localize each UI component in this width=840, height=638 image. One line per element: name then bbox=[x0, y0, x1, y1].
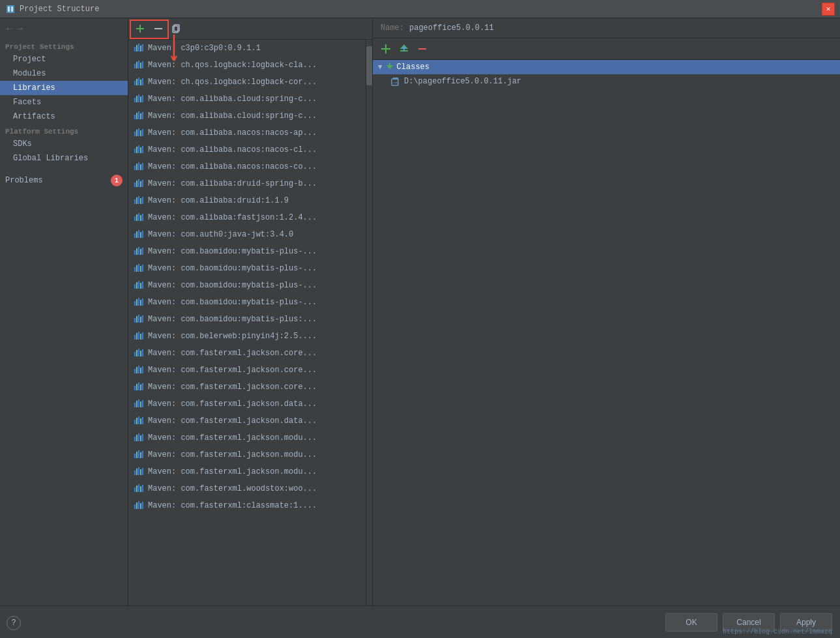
list-item[interactable]: Maven: com.baomidou:mybatis-plus:... bbox=[128, 311, 366, 328]
list-item[interactable]: Maven: com.baomidou:mybatis-plus-... bbox=[128, 260, 366, 277]
list-item[interactable]: Maven: ch.qos.logback:logback-cor... bbox=[128, 74, 366, 91]
help-area: ? bbox=[7, 616, 21, 630]
list-item[interactable]: Maven: com.alibaba:druid:1.1.9 bbox=[128, 192, 366, 209]
svg-rect-70 bbox=[142, 231, 143, 238]
svg-rect-72 bbox=[136, 248, 138, 255]
svg-rect-89 bbox=[140, 300, 141, 306]
remove-right-button[interactable] bbox=[414, 41, 430, 57]
sidebar-item-artifacts[interactable]: Artifacts bbox=[0, 109, 128, 124]
svg-rect-32 bbox=[136, 113, 138, 119]
svg-rect-15 bbox=[142, 44, 143, 51]
list-item[interactable]: Maven: com.baomidou:mybatis-plus-... bbox=[128, 294, 366, 311]
list-item[interactable]: Maven: com.fasterxml.jackson.data... bbox=[128, 396, 366, 413]
library-item-label: Maven: com.belerweb:pinyin4j:2.5.... bbox=[148, 332, 317, 341]
maven-icon bbox=[134, 109, 144, 123]
svg-rect-148 bbox=[138, 501, 139, 509]
ok-button[interactable]: OK bbox=[665, 613, 717, 631]
list-item[interactable]: Maven: com.alibaba.cloud:spring-c... bbox=[128, 91, 366, 108]
library-item-label: Maven: com.fasterxml.jackson.data... bbox=[148, 416, 317, 426]
svg-rect-115 bbox=[142, 383, 143, 390]
svg-rect-112 bbox=[136, 384, 138, 390]
list-item[interactable]: Maven: com.alibaba.cloud:spring-c... bbox=[128, 108, 366, 124]
svg-rect-77 bbox=[136, 265, 138, 272]
add-library-button[interactable] bbox=[132, 21, 148, 36]
help-button[interactable]: ? bbox=[7, 616, 21, 630]
svg-rect-140 bbox=[142, 468, 143, 475]
list-item[interactable]: Maven: com.baomidou:mybatis-plus-... bbox=[128, 243, 366, 260]
svg-rect-141 bbox=[134, 487, 136, 492]
svg-rect-101 bbox=[134, 352, 136, 356]
center-scrollbar-thumb[interactable] bbox=[366, 46, 372, 85]
svg-rect-57 bbox=[136, 197, 138, 204]
maven-icon bbox=[134, 76, 144, 89]
back-button[interactable]: ← bbox=[5, 22, 13, 35]
svg-rect-143 bbox=[138, 484, 139, 492]
center-scrollbar[interactable] bbox=[366, 40, 372, 605]
list-item[interactable]: Maven: com.fasterxml.jackson.modu... bbox=[128, 463, 366, 480]
list-item[interactable]: Maven: com.fasterxml.jackson.modu... bbox=[128, 446, 366, 463]
remove-library-button[interactable] bbox=[151, 21, 166, 36]
sidebar-item-global-libraries[interactable]: Global Libraries bbox=[0, 151, 128, 166]
svg-rect-120 bbox=[142, 400, 143, 407]
library-item-label: Maven: com.alibaba.nacos:nacos-ap... bbox=[148, 128, 317, 138]
list-item[interactable]: Maven: com.fasterxml.woodstox:woo... bbox=[128, 480, 366, 497]
sidebar: ← → Project Settings Project Modules Lib… bbox=[0, 18, 128, 605]
svg-rect-34 bbox=[140, 113, 141, 119]
list-item[interactable]: Maven: com.fasterxml.jackson.core... bbox=[128, 362, 366, 379]
list-item[interactable]: Maven: ch.qos.logback:logback-cla... bbox=[128, 57, 366, 74]
svg-rect-28 bbox=[138, 94, 139, 102]
sidebar-item-sdks[interactable]: SDKs bbox=[0, 137, 128, 151]
sidebar-item-modules[interactable]: Modules bbox=[0, 66, 128, 81]
library-list[interactable]: Maven: c3p0:c3p0:0.9.1.1 Maven: ch.qos.l… bbox=[128, 40, 366, 605]
add-jar-button[interactable] bbox=[396, 41, 412, 57]
list-item[interactable]: Maven: c3p0:c3p0:0.9.1.1 bbox=[128, 40, 366, 57]
svg-rect-125 bbox=[142, 417, 143, 424]
sidebar-item-facets[interactable]: Facets bbox=[0, 95, 128, 109]
copy-library-button[interactable] bbox=[169, 21, 184, 36]
svg-rect-54 bbox=[140, 181, 141, 187]
forward-button[interactable]: → bbox=[16, 22, 23, 35]
list-item[interactable]: Maven: com.fasterxml.jackson.data... bbox=[128, 413, 366, 429]
svg-rect-87 bbox=[136, 299, 138, 306]
list-item[interactable]: Maven: com.alibaba.nacos:nacos-co... bbox=[128, 158, 366, 175]
list-item[interactable]: Maven: com.fasterxml:classmate:1.... bbox=[128, 497, 366, 514]
svg-rect-45 bbox=[142, 146, 143, 153]
list-item[interactable]: Maven: com.fasterxml.jackson.core... bbox=[128, 345, 366, 362]
copy-icon bbox=[172, 24, 181, 33]
maven-icon bbox=[134, 398, 144, 411]
svg-rect-18 bbox=[138, 61, 139, 68]
close-button[interactable]: ✕ bbox=[822, 3, 835, 16]
list-item[interactable]: Maven: com.alibaba:druid-spring-b... bbox=[128, 175, 366, 192]
svg-rect-33 bbox=[138, 111, 139, 119]
list-item[interactable]: Maven: com.alibaba.nacos:nacos-ap... bbox=[128, 124, 366, 141]
list-item[interactable]: Maven: com.fasterxml.jackson.modu... bbox=[128, 429, 366, 446]
classes-row[interactable]: ▼ Classes bbox=[373, 60, 840, 74]
list-item[interactable]: Maven: com.auth0:java-jwt:3.4.0 bbox=[128, 226, 366, 243]
maven-icon bbox=[134, 296, 144, 309]
problems-row[interactable]: Problems 1 bbox=[0, 171, 128, 190]
list-item[interactable]: Maven: com.alibaba:fastjson:1.2.4... bbox=[128, 209, 366, 226]
svg-rect-71 bbox=[134, 250, 136, 255]
svg-rect-79 bbox=[140, 266, 141, 272]
library-item-label: Maven: com.alibaba.nacos:nacos-co... bbox=[148, 162, 317, 171]
list-item[interactable]: Maven: com.baomidou:mybatis-plus-... bbox=[128, 277, 366, 294]
maven-icon bbox=[134, 431, 144, 444]
svg-rect-25 bbox=[142, 78, 143, 85]
jar-row[interactable]: JAR D:\pageoffice5.0.0.11.jar bbox=[373, 74, 840, 89]
svg-rect-44 bbox=[140, 147, 141, 153]
list-item[interactable]: Maven: com.alibaba.nacos:nacos-cl... bbox=[128, 141, 366, 158]
svg-rect-137 bbox=[136, 469, 138, 475]
platform-settings-section: Platform Settings bbox=[0, 124, 128, 137]
sidebar-item-libraries[interactable]: Libraries bbox=[0, 81, 128, 95]
add-classes-button[interactable] bbox=[378, 41, 394, 57]
svg-rect-118 bbox=[138, 399, 139, 407]
list-item[interactable]: Maven: com.belerweb:pinyin4j:2.5.... bbox=[128, 328, 366, 345]
maven-icon bbox=[134, 126, 144, 139]
list-item[interactable]: Maven: com.fasterxml.jackson.core... bbox=[128, 379, 366, 396]
svg-rect-46 bbox=[134, 166, 136, 170]
svg-rect-93 bbox=[138, 315, 139, 323]
svg-rect-147 bbox=[136, 502, 138, 509]
svg-rect-2 bbox=[11, 7, 13, 12]
svg-rect-22 bbox=[136, 79, 138, 85]
sidebar-item-project[interactable]: Project bbox=[0, 52, 128, 66]
